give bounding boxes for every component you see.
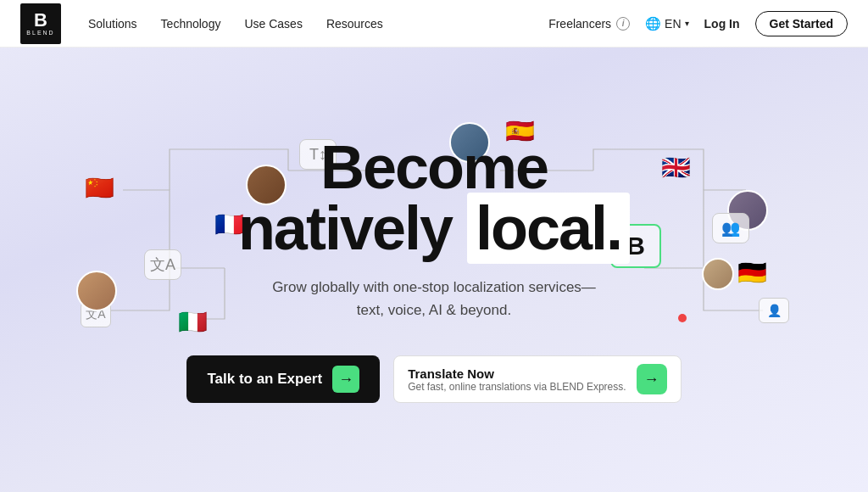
logo-text: BLEND [26,30,54,36]
deco-icon-people: 👥 [712,213,749,243]
hero-title-line1: Become [238,137,630,198]
deco-icon-person-bottom: 👤 [759,298,789,323]
hero-section: 🇪🇸 🇨🇳 🇫🇷 T↕ 文A 文A 🇮🇹 🇬🇧 🇩🇪 [0,48,868,492]
translate-now-arrow-icon: → [637,364,667,394]
nav-resources[interactable]: Resources [326,17,383,31]
translate-now-button[interactable]: Translate Now Get fast, online translati… [393,355,681,403]
cta-expert-label: Talk to an Expert [207,371,322,388]
hero-title: Become natively local. [238,137,630,259]
translate-now-text: Translate Now Get fast, online translati… [408,366,626,393]
deco-flag-uk: 🇬🇧 [661,156,691,180]
chevron-down-icon: ▾ [685,19,689,28]
nav-right: Freelancers i 🌐 EN ▾ Log In Get Started [548,11,848,36]
deco-flag-china: 🇨🇳 [85,176,114,200]
hero-title-highlight: local. [467,193,630,264]
nav-solutions[interactable]: Solutions [88,17,137,31]
info-icon[interactable]: i [616,17,630,31]
logo-letter: B [34,11,47,30]
deco-flag-germany: 🇩🇪 [737,261,767,285]
lang-label: EN [665,17,681,31]
hero-text-block: Become natively local. Grow globally wit… [238,137,630,321]
freelancers-label: Freelancers [548,17,611,31]
nav-technology[interactable]: Technology [161,17,221,31]
translate-now-title: Translate Now [408,366,626,381]
get-started-button[interactable]: Get Started [755,11,848,36]
nav-links: Solutions Technology Use Cases Resources [88,17,548,31]
deco-avatar-right-bottom [702,258,734,290]
nav-use-cases[interactable]: Use Cases [244,17,302,31]
deco-avatar-left-bottom [76,271,117,311]
hero-subtitle-line2: text, voice, AI & beyond. [238,299,630,321]
deco-red-dot [678,314,687,322]
globe-icon: 🌐 [645,16,661,31]
hero-ctas: Talk to an Expert → Translate Now Get fa… [186,355,681,403]
hero-title-line2: natively local. [238,198,630,259]
deco-flag-italy: 🇮🇹 [178,310,208,334]
hero-subtitle-line1: Grow globally with one-stop localization… [238,276,630,299]
login-button[interactable]: Log In [704,17,740,31]
talk-to-expert-button[interactable]: Talk to an Expert → [186,355,380,403]
nav-freelancers[interactable]: Freelancers i [548,17,630,31]
cta-expert-arrow-icon: → [332,366,359,393]
logo[interactable]: B BLEND [20,3,61,44]
deco-icon-translate-left: 文A [144,249,181,280]
navbar: B BLEND Solutions Technology Use Cases R… [0,0,868,48]
translate-now-subtitle: Get fast, online translations via BLEND … [408,381,626,393]
hero-subtitle: Grow globally with one-stop localization… [238,276,630,321]
nav-language[interactable]: 🌐 EN ▾ [645,16,688,31]
